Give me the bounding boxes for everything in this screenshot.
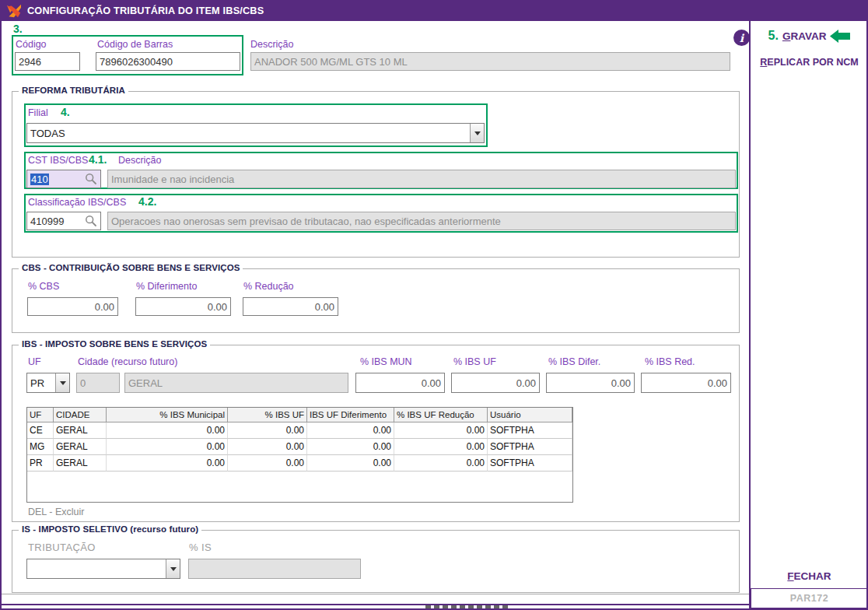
cidade-label: Cidade (recurso futuro) bbox=[78, 356, 177, 367]
cbs-reducao-input[interactable]: 0.00 bbox=[243, 297, 338, 316]
tax-config-window: CONFIGURAÇÃO TRIBUTÁRIA DO ITEM IBS/CBS … bbox=[0, 0, 868, 610]
cbs-group: CBS - CONTRIBUIÇÃO SOBRE BENS E SERVIÇOS bbox=[12, 268, 740, 333]
annotation-step-4-2: 4.2. bbox=[138, 195, 156, 208]
ibs-uf-input[interactable]: 0.00 bbox=[451, 373, 540, 393]
ibs-group-title: IBS - IMPOSTO SOBRE BENS E SERVIÇOS bbox=[19, 339, 210, 349]
search-icon[interactable] bbox=[85, 173, 97, 185]
cst-descricao-label: Descrição bbox=[118, 154, 161, 166]
cst-label: CST IBS/CBS bbox=[28, 154, 88, 166]
cidade-nome-field: GERAL bbox=[124, 373, 348, 393]
classificacao-descricao-field: Operacoes nao onerosas sem previsao de t… bbox=[107, 212, 736, 230]
cbs-group-title: CBS - CONTRIBUIÇÃO SOBRE BENS E SERVIÇOS bbox=[19, 263, 243, 272]
title-bar: CONFIGURAÇÃO TRIBUTÁRIA DO ITEM IBS/CBS bbox=[0, 0, 868, 21]
cbs-diferimento-input[interactable]: 0.00 bbox=[135, 297, 231, 316]
bottom-separator bbox=[2, 594, 750, 594]
table-row[interactable]: CE GERAL 0.00 0.00 0.00 0.00 SOFTPHA bbox=[27, 422, 572, 439]
uf-label: UF bbox=[28, 356, 41, 367]
classificacao-label: Classificação IBS/CBS bbox=[28, 196, 126, 208]
annotation-step-3: 3. bbox=[13, 23, 23, 35]
delete-hint: DEL - Excluir bbox=[28, 507, 84, 517]
cst-lookup-input[interactable]: 410 bbox=[26, 170, 101, 188]
classificacao-lookup-input[interactable]: 410999 bbox=[26, 212, 101, 230]
descricao-label: Descrição bbox=[250, 38, 293, 50]
uf-select[interactable]: PR bbox=[26, 373, 70, 393]
ibs-mun-input[interactable]: 0.00 bbox=[355, 373, 445, 393]
is-group-title: IS - IMPOSTO SELETIVO (recurso futuro) bbox=[19, 524, 201, 534]
tributacao-dropdown-button[interactable] bbox=[166, 559, 180, 578]
annotation-step-5: 5. bbox=[768, 29, 779, 43]
codigo-input[interactable]: 2946 bbox=[15, 52, 80, 71]
fechar-button[interactable]: FECHAR bbox=[751, 569, 868, 583]
filial-select[interactable]: TODAS bbox=[26, 123, 485, 143]
chevron-down-icon bbox=[60, 381, 66, 385]
cbs-pct-input[interactable]: 0.00 bbox=[27, 297, 118, 316]
window-code-badge: PAR172 bbox=[751, 588, 868, 608]
codigo-barras-input[interactable]: 7896026300490 bbox=[96, 52, 240, 71]
is-pct-label: % IS bbox=[189, 542, 212, 553]
ibs-difer-label: % IBS Difer. bbox=[548, 356, 600, 367]
ibs-difer-input[interactable]: 0.00 bbox=[546, 373, 635, 393]
app-logo-icon bbox=[6, 4, 22, 18]
info-icon[interactable]: i bbox=[733, 30, 750, 46]
filial-label: Filial bbox=[28, 107, 48, 118]
tributacao-select[interactable] bbox=[26, 559, 180, 579]
gravar-button[interactable]: 5. GRAVAR bbox=[751, 29, 868, 43]
filial-dropdown-button[interactable] bbox=[470, 124, 484, 142]
ibs-mun-label: % IBS MUN bbox=[360, 356, 412, 367]
replicar-por-ncm-button[interactable]: REPLICAR POR NCM bbox=[751, 54, 868, 68]
right-action-panel: 5. GRAVAR REPLICAR POR NCM FECHAR PAR172 bbox=[749, 21, 868, 610]
ibs-table[interactable]: UF CIDADE % IBS Municipal % IBS UF IBS U… bbox=[26, 407, 573, 503]
ibs-uf-label: % IBS UF bbox=[453, 356, 496, 367]
uf-dropdown-button[interactable] bbox=[55, 373, 69, 392]
descricao-field: ANADOR 500 MG/ML GTS 10 ML bbox=[250, 52, 730, 71]
search-icon[interactable] bbox=[85, 215, 97, 227]
table-header-row: UF CIDADE % IBS Municipal % IBS UF IBS U… bbox=[27, 408, 572, 422]
footer-logo-partial bbox=[425, 605, 511, 610]
tributacao-label: TRIBUTAÇÃO bbox=[28, 542, 96, 553]
chevron-down-icon bbox=[474, 131, 481, 135]
reforma-group-title: REFORMA TRIBUTÁRIA bbox=[19, 86, 128, 95]
cidade-codigo-field: 0 bbox=[76, 373, 120, 393]
arrow-left-icon bbox=[830, 30, 850, 43]
cst-descricao-field: Imunidade e nao incidencia bbox=[107, 170, 736, 188]
cbs-pct-label: % CBS bbox=[28, 280, 59, 292]
codigo-label: Código bbox=[16, 38, 47, 50]
is-pct-field bbox=[188, 559, 361, 579]
chevron-down-icon bbox=[170, 567, 177, 571]
annotation-step-4-1: 4.1. bbox=[89, 153, 107, 166]
ibs-red-label: % IBS Red. bbox=[645, 356, 695, 367]
cbs-diferimento-label: % Diferimento bbox=[136, 280, 197, 292]
window-title: CONFIGURAÇÃO TRIBUTÁRIA DO ITEM IBS/CBS bbox=[27, 5, 264, 16]
annotation-step-4: 4. bbox=[61, 106, 70, 118]
codigo-barras-label: Código de Barras bbox=[97, 38, 173, 50]
table-row[interactable]: PR GERAL 0.00 0.00 0.00 0.00 SOFTPHA bbox=[27, 455, 572, 472]
ibs-red-input[interactable]: 0.00 bbox=[641, 373, 731, 393]
table-row[interactable]: MG GERAL 0.00 0.00 0.00 0.00 SOFTPHA bbox=[27, 439, 572, 455]
cbs-reducao-label: % Redução bbox=[243, 280, 294, 292]
